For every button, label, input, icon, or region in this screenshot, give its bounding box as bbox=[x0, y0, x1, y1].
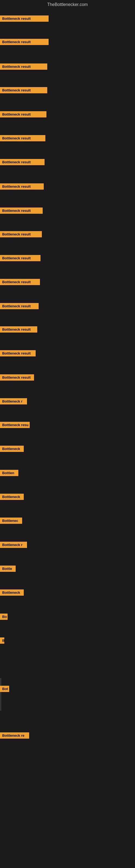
bottleneck-item-3: Bottleneck result bbox=[0, 87, 47, 93]
bottleneck-item-26: B bbox=[0, 638, 4, 644]
bottleneck-item-2: Bottleneck result bbox=[0, 63, 47, 70]
bottleneck-item-8: Bottleneck result bbox=[0, 208, 43, 214]
bottleneck-item-4: Bottleneck result bbox=[0, 111, 46, 118]
bottleneck-item-28: Bottleneck re bbox=[0, 733, 29, 739]
bottleneck-item-16: Bottleneck r bbox=[0, 398, 27, 404]
bottleneck-item-25: Bo bbox=[0, 614, 8, 620]
bottleneck-item-7: Bottleneck result bbox=[0, 183, 44, 190]
bottleneck-item-12: Bottleneck result bbox=[0, 303, 39, 309]
bottleneck-item-6: Bottleneck result bbox=[0, 159, 45, 165]
bottleneck-item-13: Bottleneck result bbox=[0, 326, 37, 333]
bottleneck-item-24: Bottleneck bbox=[0, 589, 24, 596]
bottleneck-item-19: Bottlen bbox=[0, 470, 18, 476]
bottleneck-item-14: Bottleneck result bbox=[0, 350, 36, 356]
bottleneck-item-9: Bottleneck result bbox=[0, 231, 42, 237]
bottleneck-item-15: Bottleneck result bbox=[0, 374, 34, 380]
bottleneck-item-21: Bottlenec bbox=[0, 518, 22, 524]
bottleneck-item-22: Bottleneck r bbox=[0, 542, 27, 548]
bottleneck-item-5: Bottleneck result bbox=[0, 135, 45, 141]
left-line bbox=[1, 678, 1, 711]
bottleneck-item-23: Bottle bbox=[0, 565, 16, 572]
bottleneck-item-0: Bottleneck result bbox=[0, 16, 49, 22]
bottleneck-item-17: Bottleneck resu bbox=[0, 422, 30, 428]
bottleneck-item-18: Bottleneck bbox=[0, 446, 24, 452]
site-title: TheBottlenecker.com bbox=[0, 0, 135, 9]
bottleneck-item-10: Bottleneck result bbox=[0, 255, 41, 261]
bottleneck-item-1: Bottleneck result bbox=[0, 39, 49, 45]
bottleneck-item-11: Bottleneck result bbox=[0, 279, 40, 285]
bottleneck-item-27: Bot bbox=[0, 686, 9, 692]
bottleneck-item-20: Bottleneck bbox=[0, 494, 24, 500]
